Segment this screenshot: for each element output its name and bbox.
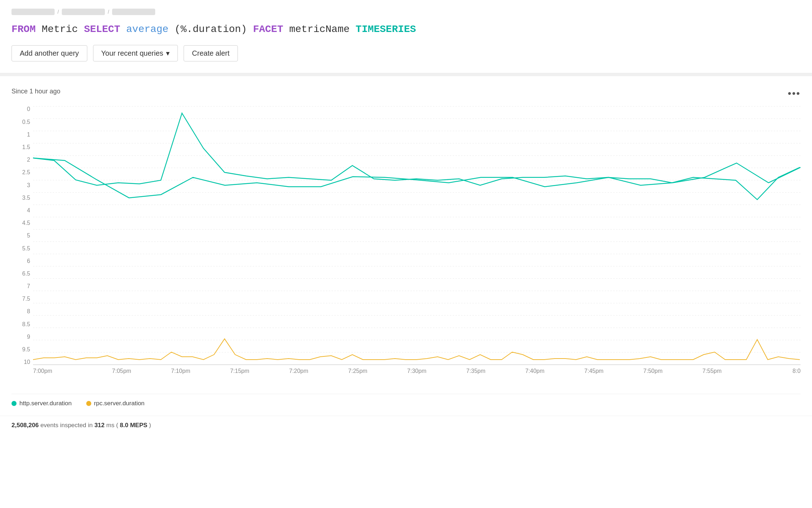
create-alert-button[interactable]: Create alert xyxy=(184,45,238,61)
legend-item-http: http.server.duration xyxy=(11,400,72,407)
stats-label: events inspected in xyxy=(40,422,94,429)
chart-area xyxy=(33,106,801,365)
y-tick: 7 xyxy=(11,283,33,289)
y-tick: 10 xyxy=(11,359,33,365)
chart-header: Since 1 hour ago ••• xyxy=(11,88,801,99)
x-tick: 7:10pm xyxy=(151,368,210,374)
x-tick: 8:0 xyxy=(742,368,801,374)
legend-dot-http xyxy=(11,401,17,406)
y-tick: 4.5 xyxy=(11,220,33,226)
y-tick: 3 xyxy=(11,183,33,188)
y-tick: 5 xyxy=(11,233,33,239)
y-tick: 9.5 xyxy=(11,347,33,352)
y-tick: 1.5 xyxy=(11,144,33,150)
query-facet-keyword: FACET xyxy=(253,24,283,35)
chart-svg xyxy=(33,106,801,365)
add-query-button[interactable]: Add another query xyxy=(11,45,87,61)
query-select-keyword: SELECT xyxy=(84,24,120,35)
stats-bar: 2,508,206 events inspected in 312 ms ( 8… xyxy=(0,416,812,435)
legend-label-rpc: rpc.server.duration xyxy=(94,400,145,407)
chart-section: Since 1 hour ago ••• 10 9.5 9 8.5 8 7.5 … xyxy=(0,73,812,416)
x-tick: 7:35pm xyxy=(446,368,505,374)
y-tick: 7.5 xyxy=(11,296,33,302)
x-tick: 7:25pm xyxy=(328,368,387,374)
stats-rate-paren: ) xyxy=(149,422,151,429)
time-range-label: Since 1 hour ago xyxy=(11,88,60,95)
x-tick: 7:55pm xyxy=(682,368,741,374)
legend-item-rpc: rpc.server.duration xyxy=(86,400,145,407)
x-tick: 7:45pm xyxy=(564,368,623,374)
x-tick: 7:20pm xyxy=(269,368,328,374)
x-axis: 7:00pm 7:05pm 7:10pm 7:15pm 7:20pm 7:25p… xyxy=(33,365,801,387)
y-tick: 0.5 xyxy=(11,119,33,125)
query-facet-value: metricName xyxy=(289,24,356,35)
y-tick: 2.5 xyxy=(11,170,33,175)
x-tick: 7:50pm xyxy=(623,368,682,374)
stats-time: 312 xyxy=(94,422,105,429)
stats-ms: ms ( xyxy=(106,422,118,429)
http-server-duration-line-detail xyxy=(33,113,800,200)
y-tick: 6 xyxy=(11,258,33,264)
y-axis: 10 9.5 9 8.5 8 7.5 7 6.5 6 5.5 5 4.5 4 3… xyxy=(11,106,33,365)
recent-queries-button[interactable]: Your recent queries ▾ xyxy=(93,45,178,61)
query-from-value: Metric xyxy=(42,24,84,35)
query-from-keyword: FROM xyxy=(11,24,36,35)
stats-rate: 8.0 MEPS xyxy=(120,422,148,429)
y-tick: 0 xyxy=(11,106,33,112)
y-tick: 5.5 xyxy=(11,246,33,251)
breadcrumb-item-2 xyxy=(62,9,105,15)
chart-container: 10 9.5 9 8.5 8 7.5 7 6.5 6 5.5 5 4.5 4 3… xyxy=(11,106,801,387)
y-tick: 6.5 xyxy=(11,271,33,277)
stats-events: 2,508,206 events inspected in 312 ms ( 8… xyxy=(11,422,151,429)
y-tick: 8 xyxy=(11,309,33,314)
toolbar: Add another query Your recent queries ▾ … xyxy=(11,45,801,69)
y-tick: 9 xyxy=(11,334,33,340)
breadcrumb-item-3 xyxy=(112,9,155,15)
x-tick: 7:40pm xyxy=(506,368,564,374)
rpc-server-duration-line xyxy=(33,339,800,360)
more-options-button[interactable]: ••• xyxy=(788,88,801,99)
recent-queries-label: Your recent queries xyxy=(101,49,163,57)
legend-label-http: http.server.duration xyxy=(19,400,72,407)
x-tick: 7:05pm xyxy=(92,368,151,374)
chevron-down-icon: ▾ xyxy=(166,49,170,57)
y-tick: 2 xyxy=(11,157,33,163)
query-display: FROM Metric SELECT average (%.duration) … xyxy=(11,22,801,36)
stats-events-count: 2,508,206 xyxy=(11,422,39,429)
breadcrumb: / / xyxy=(11,9,801,15)
breadcrumb-item-1 xyxy=(11,9,55,15)
http-server-duration-line xyxy=(33,158,801,198)
query-func: average xyxy=(126,24,169,35)
y-tick: 8.5 xyxy=(11,322,33,327)
y-tick: 1 xyxy=(11,132,33,138)
query-func-args: (%.duration) xyxy=(175,24,253,35)
legend-dot-rpc xyxy=(86,401,91,406)
y-tick: 3.5 xyxy=(11,195,33,201)
x-tick: 7:00pm xyxy=(33,368,92,374)
y-tick: 4 xyxy=(11,208,33,213)
x-tick: 7:30pm xyxy=(387,368,446,374)
query-timeseries-keyword: TIMESERIES xyxy=(356,24,416,35)
x-tick: 7:15pm xyxy=(210,368,269,374)
chart-legend: http.server.duration rpc.server.duration xyxy=(11,394,801,407)
